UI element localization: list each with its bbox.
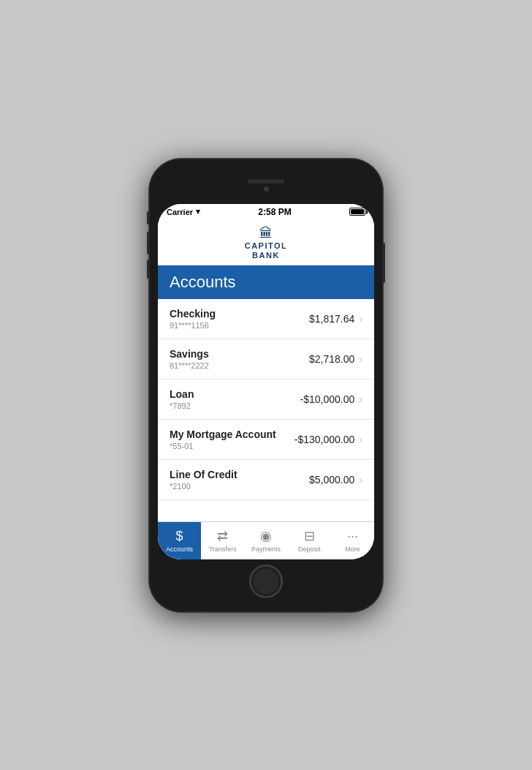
carrier-text: Carrier ▾ <box>167 207 200 216</box>
account-item-savings[interactable]: Savings 81****2222 $2,718.00 › <box>158 339 374 380</box>
phone-screen: Carrier ▾ 2:58 PM 🏛 CAPITOL BANK Acco <box>158 204 374 559</box>
account-number-savings: 81****2222 <box>170 361 209 370</box>
tab-transfers[interactable]: ⇄ Transfers <box>201 522 244 559</box>
power-button <box>383 243 385 276</box>
account-item-mortgage[interactable]: My Mortgage Account *55-01 -$130,000.00 … <box>158 420 374 460</box>
deposit-tab-icon: ⊟ <box>304 528 315 544</box>
account-right-checking: $1,817.64 › <box>309 313 362 325</box>
front-camera <box>264 186 269 192</box>
bank-logo-icon: 🏛 <box>259 226 273 241</box>
chevron-icon-credit: › <box>359 474 362 486</box>
speaker <box>248 179 284 184</box>
chevron-icon-mortgage: › <box>359 434 362 445</box>
volume-up-button <box>147 235 149 254</box>
account-info-checking: Checking 91****1156 <box>170 308 216 330</box>
app-header: 🏛 CAPITOL BANK <box>158 220 374 265</box>
account-balance-savings: $2,718.00 <box>309 353 354 365</box>
account-number-checking: 91****1156 <box>170 321 216 330</box>
tab-more[interactable]: ··· More <box>331 522 374 559</box>
account-balance-mortgage: -$130,000.00 <box>294 434 355 445</box>
phone-device: Carrier ▾ 2:58 PM 🏛 CAPITOL BANK Acco <box>149 159 383 612</box>
bank-logo-text: CAPITOL BANK <box>245 241 288 260</box>
account-balance-checking: $1,817.64 <box>309 313 354 325</box>
account-balance-loan: -$10,000.00 <box>300 393 355 405</box>
transfers-tab-label: Transfers <box>209 546 237 553</box>
account-list: Checking 91****1156 $1,817.64 › Savings … <box>158 299 374 521</box>
deposit-tab-label: Deposit <box>298 546 321 553</box>
tab-accounts[interactable]: $ Accounts <box>158 522 201 559</box>
status-time: 2:58 PM <box>258 207 291 217</box>
account-name-savings: Savings <box>170 348 209 360</box>
tab-bar: $ Accounts ⇄ Transfers ◉ Payments ⊟ Depo… <box>158 521 374 559</box>
account-info-mortgage: My Mortgage Account *55-01 <box>170 429 276 450</box>
account-right-loan: -$10,000.00 › <box>300 393 362 405</box>
battery-fill <box>351 209 364 214</box>
account-number-credit: *2100 <box>170 482 238 491</box>
account-right-mortgage: -$130,000.00 › <box>294 434 362 445</box>
mute-switch <box>147 211 149 224</box>
volume-down-button <box>147 260 149 279</box>
account-name-mortgage: My Mortgage Account <box>170 429 276 440</box>
status-bar: Carrier ▾ 2:58 PM <box>158 204 374 220</box>
transfers-tab-icon: ⇄ <box>217 528 228 544</box>
battery-icon <box>349 208 365 216</box>
account-right-credit: $5,000.00 › <box>309 474 362 486</box>
account-right-savings: $2,718.00 › <box>309 353 362 365</box>
chevron-icon-savings: › <box>359 353 362 365</box>
phone-top <box>248 167 284 204</box>
account-name-checking: Checking <box>170 308 216 320</box>
chevron-icon-loan: › <box>359 393 362 405</box>
more-tab-icon: ··· <box>347 529 358 544</box>
tab-payments[interactable]: ◉ Payments <box>244 522 287 559</box>
page-header: Accounts <box>158 265 374 299</box>
status-right <box>349 208 365 216</box>
payments-tab-icon: ◉ <box>260 528 272 544</box>
page-title: Accounts <box>170 273 362 292</box>
payments-tab-label: Payments <box>251 546 281 553</box>
account-item-credit[interactable]: Line Of Credit *2100 $5,000.00 › <box>158 460 374 500</box>
account-name-credit: Line Of Credit <box>170 469 238 480</box>
chevron-icon-checking: › <box>359 313 362 325</box>
phone-bottom <box>250 559 282 603</box>
account-info-loan: Loan *7892 <box>170 388 194 410</box>
account-info-credit: Line Of Credit *2100 <box>170 469 238 491</box>
account-item-loan[interactable]: Loan *7892 -$10,000.00 › <box>158 380 374 420</box>
account-name-loan: Loan <box>170 388 194 400</box>
tab-deposit[interactable]: ⊟ Deposit <box>288 522 331 559</box>
account-balance-credit: $5,000.00 <box>309 474 354 486</box>
account-info-savings: Savings 81****2222 <box>170 348 209 370</box>
account-number-loan: *7892 <box>170 401 194 410</box>
account-number-mortgage: *55-01 <box>170 442 276 450</box>
accounts-tab-label: Accounts <box>166 546 193 553</box>
wifi-icon: ▾ <box>196 207 200 216</box>
home-button[interactable] <box>250 565 282 597</box>
logo-area: 🏛 CAPITOL BANK <box>245 226 288 260</box>
account-item-checking[interactable]: Checking 91****1156 $1,817.64 › <box>158 299 374 339</box>
accounts-tab-icon: $ <box>176 529 183 544</box>
more-tab-label: More <box>345 546 360 553</box>
